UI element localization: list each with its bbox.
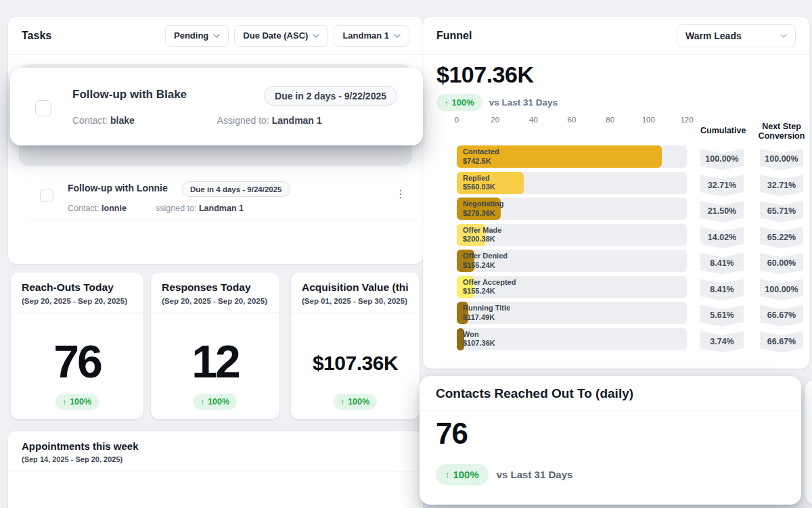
stat-card-body: 12 ↑100%: [151, 313, 279, 419]
chevron-down-icon: [394, 34, 401, 38]
funnel-stage-value: $742.5K: [463, 157, 499, 166]
filter-sort-label: Due Date (ASC): [243, 30, 308, 41]
funnel-stage-name: Offer Accepted: [463, 278, 516, 287]
stat-card-acquisition-value: Acquisition Value (this (Sep 01, 2025 - …: [291, 273, 420, 419]
funnel-stage-name: Contacted: [463, 147, 499, 157]
funnel-title: Funnel: [436, 30, 472, 42]
background-card-edge: [805, 380, 812, 505]
task-checkbox[interactable]: [40, 189, 53, 202]
stat-card-title: Acquisition Value (this: [302, 281, 409, 294]
chevron-down-icon: [213, 34, 220, 38]
cumulative-cell: 32.71%: [700, 172, 744, 197]
stat-card-header: Reach-Outs Today (Sep 20, 2025 - Sep 20,…: [11, 273, 143, 313]
appointments-panel: Appointments this week (Sep 14, 2025 - S…: [8, 431, 423, 508]
next-step-column-header: Next Step Conversion: [757, 122, 806, 141]
axis-tick: 100: [642, 116, 655, 124]
next-step-cell: 100.00%: [760, 145, 803, 170]
stat-card-reach-outs: Reach-Outs Today (Sep 20, 2025 - Sep 20,…: [11, 273, 143, 419]
stat-card-responses: Responses Today (Sep 20, 2025 - Sep 20, …: [151, 273, 279, 419]
stat-card-value: 12: [191, 335, 239, 388]
dashboard: Tasks Pending Due Date (ASC) Landman 1 F…: [0, 0, 812, 508]
funnel-panel: Funnel Warm Leads $107.36K ↑100% vs Last…: [423, 17, 809, 369]
filter-sort-dropdown[interactable]: Due Date (ASC): [234, 25, 328, 47]
tasks-title: Tasks: [22, 30, 51, 42]
funnel-row: Won$107.36K: [457, 328, 687, 350]
cumulative-cell: 100.00%: [700, 145, 744, 170]
stat-card-date-range: (Sep 20, 2025 - Sep 20, 2025): [22, 297, 133, 305]
funnel-stage-name: Offer Denied: [463, 252, 508, 261]
funnel-row: Offer Accepted$155.24K: [457, 276, 687, 298]
appointments-header: Appointments this week (Sep 14, 2025 - S…: [8, 431, 423, 472]
funnel-lead-type-dropdown[interactable]: Warm Leads: [677, 24, 796, 47]
filter-assignee-label: Landman 1: [342, 30, 389, 41]
filter-assignee-dropdown[interactable]: Landman 1: [334, 25, 409, 47]
filter-status-label: Pending: [174, 30, 208, 41]
funnel-row: Offer Made$200.38K: [457, 224, 687, 246]
funnel-stage-value: $107.36K: [463, 339, 495, 348]
task-contact: Contact: lonnie: [68, 204, 127, 213]
funnel-stage-name: Running Title: [463, 304, 510, 313]
next-step-cell: 32.71%: [760, 172, 803, 197]
funnel-row: Contacted$742.5K: [457, 145, 687, 168]
stat-card-body: 76 ↑100%: [11, 313, 143, 419]
next-step-cell: 60.00%: [760, 250, 803, 275]
filter-status-dropdown[interactable]: Pending: [165, 25, 229, 47]
funnel-header: Funnel Warm Leads: [423, 17, 809, 55]
task-contact: Contact: blake: [72, 115, 135, 126]
up-arrow-icon: ↑: [445, 99, 449, 107]
stat-card-title: Responses Today: [162, 281, 269, 294]
up-arrow-icon: ↑: [445, 469, 449, 480]
stat-card-header: Responses Today (Sep 20, 2025 - Sep 20, …: [151, 273, 279, 313]
delta-badge: ↑100%: [436, 464, 489, 485]
due-date-badge: Due in 2 days - 9/22/2025: [264, 86, 397, 106]
task-checkbox[interactable]: [35, 100, 51, 116]
up-arrow-icon: ↑: [341, 398, 344, 406]
funnel-stage-value: $117.49K: [463, 313, 510, 323]
funnel-stage-value: $155.24K: [463, 287, 516, 296]
axis-tick: 40: [529, 116, 538, 124]
due-date-badge: Due in 4 days - 9/24/2025: [182, 181, 290, 197]
contacts-card-header: Contacts Reached Out To (daily): [420, 376, 801, 411]
funnel-row: Offer Denied$155.24K: [457, 250, 687, 272]
appointments-title: Appointments this week: [22, 440, 409, 452]
compare-label: vs Last 31 Days: [497, 469, 573, 480]
cumulative-cell: 8.41%: [700, 250, 744, 275]
cumulative-column-header: Cumulative: [700, 126, 744, 136]
task-card-dragging[interactable]: Follow-up with Blake Due in 2 days - 9/2…: [10, 68, 423, 145]
stat-card-body: $107.36K ↑100%: [291, 313, 420, 419]
funnel-chart: Contacted$742.5K Replied$560.03K Negotia…: [457, 145, 687, 354]
appointments-date-range: (Sep 14, 2025 - Sep 20, 2025): [22, 455, 409, 463]
task-menu-icon[interactable]: ⋮: [395, 189, 406, 200]
next-step-cell: 66.67%: [760, 302, 803, 327]
contacts-reached-card: Contacts Reached Out To (daily) 76 ↑100%…: [420, 376, 801, 505]
divider: [30, 220, 418, 221]
task-meta: Contact: blake Assigned to: Landman 1: [72, 115, 322, 126]
delta-badge: ↑100%: [194, 394, 237, 410]
stat-card-value: $107.36K: [313, 352, 398, 375]
up-arrow-icon: ↑: [63, 398, 66, 406]
axis-tick: 120: [680, 116, 693, 124]
funnel-stage-name: Replied: [463, 174, 495, 183]
cumulative-cell: 3.74%: [700, 328, 744, 353]
stat-card-header: Acquisition Value (this (Sep 01, 2025 - …: [291, 273, 420, 313]
funnel-lead-type-value: Warm Leads: [685, 30, 742, 41]
task-title[interactable]: Follow-up with Lonnie: [68, 183, 168, 193]
funnel-delta-row: ↑100% vs Last 31 Days: [436, 94, 558, 111]
axis-tick: 0: [455, 116, 459, 124]
axis-tick: 80: [606, 116, 614, 124]
task-assignee: Assigned to: Landman 1: [217, 115, 322, 126]
delta-badge: ↑100%: [436, 94, 482, 111]
funnel-row: Running Title$117.49K: [457, 302, 687, 324]
funnel-row: Replied$560.03K: [457, 172, 687, 194]
cumulative-cell: 8.41%: [700, 276, 744, 301]
funnel-row: Negotiating$278.36K: [457, 198, 687, 220]
axis-tick: 20: [491, 116, 499, 124]
tasks-header: Tasks Pending Due Date (ASC) Landman 1: [8, 17, 423, 55]
next-step-cell: 100.00%: [760, 276, 803, 301]
contacts-card-title: Contacts Reached Out To (daily): [436, 386, 785, 401]
tasks-filters: Pending Due Date (ASC) Landman 1: [165, 25, 409, 47]
next-step-cell: 65.71%: [760, 198, 803, 223]
cumulative-column: 100.00% 32.71% 21.50% 14.02% 8.41% 8.41%…: [700, 145, 744, 354]
delta-badge: ↑100%: [334, 394, 377, 410]
cumulative-cell: 21.50%: [700, 198, 744, 223]
